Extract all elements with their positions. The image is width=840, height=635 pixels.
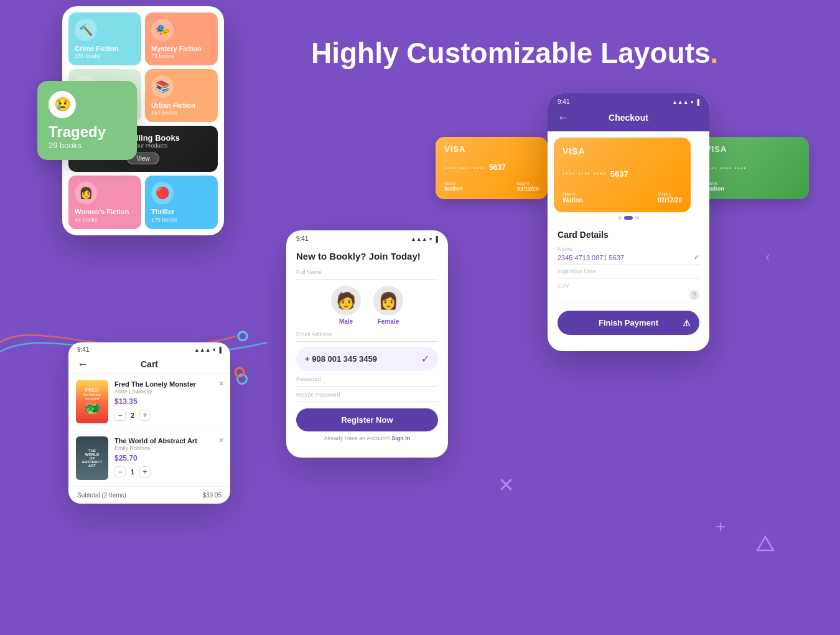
urban-count: 167 books	[151, 110, 212, 116]
tragedy-popup: 😢 Tragedy 29 books	[37, 81, 137, 160]
gender-male[interactable]: 🧑 Male	[331, 286, 361, 325]
finish-payment-button[interactable]: Finish Payment ⚠	[558, 311, 699, 335]
expiry-label-orange: Expiry	[517, 181, 539, 186]
reg-time: 9:41	[296, 235, 308, 242]
email-input[interactable]	[296, 339, 438, 342]
deco-plus: +	[716, 517, 726, 537]
password-input[interactable]	[296, 383, 438, 387]
reg-status-bar: 9:41 ▲▲▲ ▾ ▐	[286, 230, 448, 245]
category-thriller[interactable]: 🔴 Thriller 175 books	[145, 176, 218, 228]
register-button[interactable]: Register Now	[296, 408, 438, 431]
item-2-qty-plus[interactable]: +	[139, 466, 151, 477]
thriller-icon: 🔴	[151, 182, 174, 204]
card-meta-green: Name Walton	[706, 181, 800, 192]
svg-point-0	[238, 332, 247, 341]
cart-item-1: FRED the lonely monster 🐲 Fred The Lonel…	[68, 374, 230, 430]
subtotal-label: Subtotal (2 Items)	[77, 492, 126, 499]
dot-2	[624, 216, 633, 220]
category-urban[interactable]: 📚 Urban Fiction 167 books	[145, 69, 218, 122]
item-1-remove-button[interactable]: ×	[219, 379, 224, 388]
signin-text: Already Have an Account?	[324, 435, 392, 441]
cart-signal-icons: ▲▲▲ ▾ ▐	[194, 347, 222, 353]
cart-back-button[interactable]: ←	[77, 358, 88, 371]
full-name-label: Full Name	[296, 269, 438, 275]
reg-title: New to Bookly? Join Today!	[296, 251, 438, 261]
checkout-name-val: Walton	[562, 197, 583, 204]
card-details: Card Details Name 2345 4713 0871 5637 ✓ …	[548, 223, 709, 341]
cards-carousel: VISA •••• •••• •••• 5637 Name Walton Exp…	[548, 131, 709, 212]
checkout-visa-label: VISA	[562, 146, 682, 156]
crime-count: 235 books	[75, 53, 135, 59]
headline-text: Highly Customizable Layouts	[311, 37, 711, 69]
male-avatar: 🧑	[331, 286, 361, 316]
cd-check-icon: ✓	[694, 253, 699, 261]
cart-footer: Subtotal (2 Items) $39.05	[68, 487, 230, 504]
page-headline: Highly Customizable Layouts.	[311, 37, 790, 69]
retype-password-field: Retype Password	[296, 392, 438, 402]
checkout-time: 9:41	[558, 98, 569, 105]
phone-cart: 9:41 ▲▲▲ ▾ ▐ ← Cart FRED the lonely mons…	[68, 342, 230, 504]
visa-brand-green: VISA	[706, 144, 800, 154]
cart-time: 9:41	[77, 346, 89, 353]
card-meta-orange: Name Walton Expiry 02/12/20	[444, 181, 539, 192]
signin-row: Already Have an Account? Sign In	[296, 435, 438, 441]
signin-link[interactable]: Sign In	[391, 435, 410, 441]
book-cover-fred: FRED the lonely monster 🐲	[76, 380, 108, 423]
cd-expiry-input[interactable]	[558, 276, 699, 279]
tragedy-popup-title: Tragedy	[49, 123, 126, 141]
item-2-price: $25.70	[114, 454, 223, 463]
urban-icon: 📚	[151, 75, 174, 98]
checkout-card-orange[interactable]: VISA •••• •••• •••• 5637 Name Walton Exp…	[554, 138, 691, 212]
cd-cvv-input[interactable]: ?	[558, 290, 699, 303]
retype-password-label: Retype Password	[296, 392, 438, 398]
card-dots-orange: •••• •••• ••••	[444, 165, 485, 171]
urban-label: Urban Fiction	[151, 101, 212, 110]
svg-marker-2	[757, 537, 773, 550]
cart-item-1-info: Fred The Lonely Monster Anne Lowinsky $1…	[114, 380, 223, 421]
checkout-status-bar: 9:41 ▲▲▲ ▾ ▐	[548, 93, 709, 108]
dot-1	[618, 216, 622, 220]
cd-expiry-label: Expiration Date	[558, 268, 699, 275]
visa-card-green[interactable]: VISA •••• •••• •••• Name Walton	[697, 137, 809, 199]
retype-password-input[interactable]	[296, 399, 438, 402]
phone-input-box[interactable]: + 908 001 345 3459 ✓	[296, 347, 438, 371]
deco-x-1: ✕	[498, 473, 515, 497]
tragedy-popup-subtitle: 29 books	[49, 141, 126, 150]
category-crime[interactable]: 🔨 Crime Fiction 235 books	[68, 12, 141, 65]
full-name-field: Full Name	[296, 269, 438, 280]
deco-chevron: ‹	[765, 249, 770, 265]
category-mystery[interactable]: 🎭 Mystery Fiction 73 books	[145, 12, 218, 65]
item-1-qty-minus[interactable]: −	[114, 410, 126, 421]
item-1-qty-control: − 2 +	[114, 410, 223, 421]
wifi-icon: ▾	[213, 347, 216, 353]
card-dots-green: •••• •••• ••••	[706, 165, 747, 171]
phone-value: + 908 001 345 3459	[305, 354, 377, 364]
subtotal-value: $39.05	[202, 492, 222, 499]
carousel-dots	[548, 212, 709, 223]
deco-triangle	[756, 535, 775, 552]
item-2-remove-button[interactable]: ×	[219, 435, 224, 445]
category-womens[interactable]: 👩 Women's Fiction 43 books	[68, 176, 141, 228]
battery-icon: ▐	[218, 347, 222, 353]
checkout-header: ← Checkout	[548, 108, 709, 131]
full-name-input[interactable]	[296, 276, 438, 280]
visa-card-orange[interactable]: VISA •••• •••• •••• 5637 Name Walton Exp…	[436, 137, 548, 199]
gender-selection: 🧑 Male 👩 Female	[296, 286, 438, 325]
cd-name-label: Name	[558, 246, 699, 252]
headline-dot: .	[711, 37, 719, 69]
item-2-author: Emily Robbins	[114, 445, 223, 451]
item-1-price: $13.35	[114, 397, 223, 406]
gender-female[interactable]: 👩 Female	[373, 286, 403, 325]
item-1-qty-plus[interactable]: +	[139, 410, 151, 421]
thriller-count: 175 books	[151, 217, 212, 223]
item-2-qty-minus[interactable]: −	[114, 466, 126, 477]
item-1-title: Fred The Lonely Monster	[114, 380, 223, 388]
cd-name-input[interactable]: 2345 4713 0871 5637 ✓	[558, 253, 699, 265]
checkout-back-button[interactable]: ←	[558, 111, 569, 125]
cart-nav-bar: ← Cart	[68, 355, 230, 374]
battery-icon: ▐	[696, 99, 699, 105]
item-2-title: The World of Abstract Art	[114, 436, 223, 445]
cart-item-2: THE WORLD OF ABSTRACT ART The World of A…	[68, 430, 230, 487]
reg-content: New to Bookly? Join Today! Full Name 🧑 M…	[286, 245, 448, 448]
signal-icon: ▲▲▲	[194, 347, 211, 353]
